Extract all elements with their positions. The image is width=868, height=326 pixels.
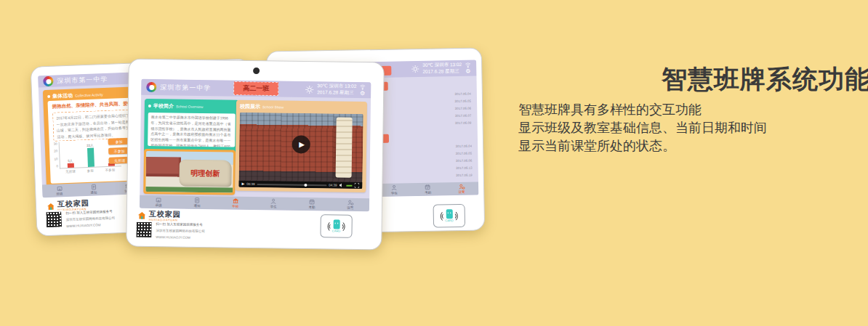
student-icon — [390, 184, 398, 192]
student-card-icon — [446, 209, 452, 219]
temperature: 30℃ — [317, 83, 328, 88]
video-controls: ▶ 00:39 04:39 — [238, 181, 362, 189]
video-current-time: 00:39 — [246, 182, 254, 186]
status-cluster: 30℃ 深圳市 13:02 2017.6.28 星期三 ⚙ — [411, 62, 471, 76]
settings-icon — [458, 183, 465, 190]
wifi-icon — [465, 62, 471, 68]
motto-stone: 明理创新 — [179, 160, 232, 187]
feature-line: 智慧班牌具有多样性的交互功能 — [518, 101, 767, 119]
volume-level — [346, 184, 352, 186]
company-name: 深圳市互校家园网络科技有限公司 — [156, 228, 205, 235]
camera-dot — [253, 68, 260, 74]
nav-class[interactable]: 班级 — [42, 184, 77, 198]
activity-panel-title: 集体活动 — [52, 92, 73, 100]
school-name: 深圳市第一中学 — [57, 74, 108, 86]
clock: 13:02 — [345, 83, 356, 89]
campus-video-player[interactable]: ▶ ▶ 00:39 04:39 — [238, 113, 363, 189]
overview-text: 衡水市第二中学原衡水市外国语学校创建于1996年，为河北省示范性高中，是河北省重… — [148, 113, 236, 147]
overview-title: 学校简介 — [153, 102, 174, 110]
class-badge: 高二一班 — [233, 81, 278, 96]
attendance-icon — [308, 198, 316, 205]
page-title: 智慧班牌系统功能 — [662, 62, 868, 97]
sun-icon — [305, 84, 314, 94]
bar-neutral: 5人 — [67, 163, 73, 168]
qr-code — [46, 211, 62, 227]
video-duration: 04:39 — [329, 183, 337, 187]
class-icon — [55, 185, 63, 192]
nfc-waves-left-icon — [438, 211, 443, 221]
play-button[interactable]: ▶ — [292, 135, 310, 153]
nfc-waves-right-icon — [342, 221, 347, 232]
hedge-shape — [145, 187, 233, 192]
campus-show-panel: 校园展示 School Show ▶ ▶ 00:39 04:39 — [235, 100, 367, 193]
nav-class[interactable]: 班级 — [140, 195, 178, 209]
school-overview-panel: 学校简介 School Overview 衡水市第二中学原衡水市外国语学校创建于… — [144, 99, 239, 154]
activity-panel-subtitle: Collective Activity — [75, 92, 103, 97]
qr-code — [136, 222, 151, 237]
show-subtitle: School Show — [262, 105, 284, 109]
nav-attendance[interactable]: 考勤 — [411, 182, 445, 196]
notice-icon — [193, 197, 201, 204]
card-label: CARD — [332, 229, 340, 232]
school-photo-frame: 明理创新 — [143, 149, 236, 195]
nfc-card-reader[interactable]: CARD — [320, 214, 352, 238]
promo-banner: 深圳市第一中学 集体活动 Collective Activity 拥抱自然、亲情… — [0, 0, 868, 326]
house-icon — [137, 211, 147, 221]
nav-school[interactable]: 学校 — [216, 196, 254, 210]
nfc-card-reader[interactable]: CARD — [433, 204, 466, 228]
nav-attendance[interactable]: 考勤 — [293, 197, 331, 211]
student-icon — [270, 198, 277, 205]
weekday: 星期三 — [339, 90, 354, 95]
website-url: WWW.HUXIAOJY.COM — [66, 221, 116, 229]
school-icon — [232, 197, 239, 205]
house-icon — [47, 202, 55, 211]
brand-logo: 互校家园 HUXIAOJIAYUAN — [137, 211, 181, 222]
attendance-icon — [425, 184, 432, 191]
show-title: 校园展示 — [240, 103, 260, 110]
activity-description: 2017年4月22日，初二(7)班家委会用心组织了一次农庄亲子游活动，全员出动，… — [52, 109, 136, 141]
date: 2017.6.28 — [317, 89, 338, 94]
settings-icon — [347, 199, 354, 206]
class-icon — [155, 196, 162, 203]
nfc-waves-left-icon — [326, 221, 331, 232]
school-name: 深圳市第一中学 — [160, 83, 211, 93]
seek-bar[interactable] — [257, 184, 327, 186]
chart-x-axis: 无所谓 参加 不参加 — [60, 168, 121, 174]
feature-description: 智慧班牌具有多样性的交互功能 显示班级及教室基础信息、当前日期和时间 显示当前课… — [518, 101, 767, 155]
screen-center: 深圳市第一中学 高二一班 30℃ 深圳市 13:02 2017.6.28 星期三… — [140, 79, 371, 211]
gear-icon[interactable]: ⚙ — [360, 91, 365, 97]
feature-line: 显示班级及教室基础信息、当前日期和时间 — [518, 119, 767, 137]
status-cluster: 30℃ 深圳市 13:02 2017.6.28 星期三 ⚙ — [305, 83, 366, 97]
board-content: 学校简介 School Overview 衡水市第二中学原衡水市外国语学校创建于… — [140, 95, 371, 198]
card-label: CARD — [445, 219, 453, 222]
school-gate-photo: 明理创新 — [145, 151, 233, 193]
bottom-nav: 班级 通知 学校 学生 考勤 — [140, 195, 369, 211]
panel-bullet-icon — [47, 95, 50, 98]
city: 深圳市 — [329, 83, 344, 89]
bar-join: 22人 — [87, 147, 94, 167]
nav-settings[interactable]: 设置 — [331, 197, 369, 211]
school-logo-icon — [146, 82, 156, 92]
nav-notice[interactable]: 通知 — [178, 196, 217, 210]
nfc-waves-right-icon — [454, 210, 459, 221]
student-card-icon — [333, 220, 339, 229]
brand-name: 互校家园 — [149, 211, 181, 219]
fullscreen-icon[interactable] — [354, 183, 359, 188]
website-url: WWW.HUXIAOJY.COM — [156, 235, 205, 242]
volume-icon[interactable] — [339, 183, 344, 188]
feature-line: 显示当前课堂所处的状态。 — [518, 137, 767, 155]
building-shape — [146, 157, 181, 177]
nav-student[interactable]: 学生 — [254, 197, 293, 211]
gear-icon[interactable]: ⚙ — [465, 69, 470, 75]
sun-icon — [411, 65, 419, 73]
wifi-icon — [359, 83, 366, 90]
small-play-icon[interactable]: ▶ — [241, 182, 244, 186]
sculpture-shape — [335, 118, 352, 178]
stone-inscription: 明理创新 — [190, 168, 220, 179]
tablet-center: 深圳市第一中学 高二一班 30℃ 深圳市 13:02 2017.6.28 星期三… — [126, 59, 385, 250]
overview-subtitle: School Overview — [176, 104, 204, 109]
nav-settings[interactable]: 设置 — [445, 182, 479, 196]
panel-bullet-icon — [148, 105, 151, 107]
nav-notice[interactable]: 通知 — [76, 182, 111, 197]
school-logo-icon — [43, 76, 54, 87]
